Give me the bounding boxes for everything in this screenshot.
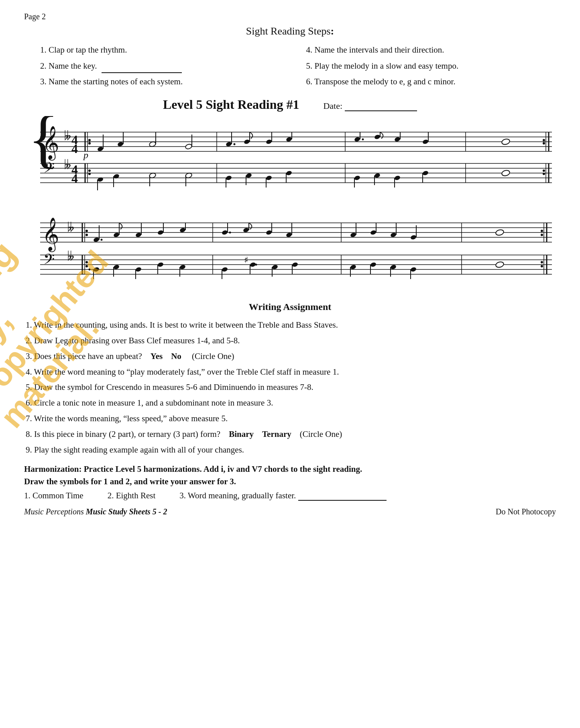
writing-item-3: 3. Does this piece have an upbeat? Yes N… — [24, 349, 556, 364]
svg-point-148 — [286, 232, 293, 238]
steps-grid: 1. Clap or tap the rhythm. 4. Name the i… — [24, 43, 556, 89]
svg-point-115 — [85, 265, 88, 267]
svg-point-34 — [543, 139, 545, 141]
writing-item-2: 2. Draw Legato phrasing over Bass Clef m… — [24, 333, 556, 349]
svg-point-81 — [266, 175, 273, 181]
svg-point-69 — [97, 177, 104, 182]
svg-point-161 — [89, 269, 91, 271]
writing-item-4: 4. Write the word meaning to “play moder… — [24, 364, 556, 380]
symbol-3: 3. Word meaning, gradually faster. — [179, 491, 386, 501]
date-line — [345, 110, 417, 111]
step-2: 2. Name the key. — [40, 59, 290, 73]
svg-point-55 — [266, 139, 273, 145]
svg-point-27 — [88, 173, 91, 175]
svg-point-71 — [113, 173, 120, 179]
writing-item-8: 8. Is this piece in binary (2 part), or … — [24, 426, 556, 442]
svg-point-122 — [541, 230, 543, 232]
svg-point-168 — [179, 264, 186, 270]
writing-title: Writing Assignment — [24, 302, 556, 312]
svg-text:𝄞: 𝄞 — [42, 126, 59, 161]
svg-point-66 — [422, 139, 429, 145]
step-4: 4. Name the intervals and their directio… — [306, 43, 556, 57]
music-system-2: 𝄞 𝄢 𝄫 𝄫 — [24, 207, 556, 294]
writing-assignment: Writing Assignment 1. Write in the count… — [24, 302, 556, 458]
svg-point-170 — [222, 267, 228, 272]
footer-bold-italic: Music Study Sheets 5 - 2 — [86, 507, 167, 516]
footer-right: Do Not Photocopy — [496, 507, 556, 516]
svg-point-133 — [113, 232, 120, 238]
svg-point-184 — [390, 264, 397, 270]
svg-point-62 — [374, 134, 381, 140]
writing-item-5: 5. Draw the symbol for Crescendo in meas… — [24, 379, 556, 395]
svg-point-159 — [93, 267, 100, 272]
svg-point-53 — [244, 139, 250, 145]
svg-point-158 — [495, 229, 505, 236]
svg-point-175 — [255, 264, 257, 266]
writing-item-9: 9. Play the sight reading example again … — [24, 442, 556, 458]
svg-point-44 — [117, 141, 124, 147]
staff-system-1: { 𝄞 𝄢 𝄫 𝄫 4 4 4 4 p — [24, 116, 556, 196]
harmonization-section: Harmonization: Practice Level 5 harmoniz… — [24, 464, 556, 501]
svg-point-50 — [226, 141, 232, 147]
svg-point-114 — [85, 261, 88, 263]
svg-point-188 — [495, 261, 505, 268]
svg-point-64 — [394, 137, 401, 142]
svg-text:𝄫: 𝄫 — [67, 250, 74, 262]
svg-text:𝄫: 𝄫 — [67, 221, 74, 233]
svg-text:𝄫: 𝄫 — [64, 158, 71, 171]
svg-point-111 — [85, 234, 88, 236]
date-field: Date: — [323, 101, 417, 111]
level-title-row: Level 5 Sight Reading #1 Date: — [24, 97, 556, 112]
svg-point-127 — [541, 265, 543, 267]
svg-point-182 — [370, 262, 377, 267]
svg-point-87 — [374, 173, 381, 178]
step-3: 3. Name the starting notes of each syste… — [40, 75, 290, 89]
svg-point-89 — [394, 175, 401, 181]
svg-point-186 — [410, 267, 417, 272]
svg-text:𝄢: 𝄢 — [43, 251, 55, 271]
step-1: 1. Clap or tap the rhythm. — [40, 43, 290, 57]
main-title: Sight Reading Steps: — [24, 25, 556, 37]
svg-point-91 — [422, 170, 429, 176]
svg-point-178 — [292, 262, 299, 267]
svg-text:𝄫: 𝄫 — [64, 129, 71, 142]
svg-point-143 — [229, 232, 231, 234]
harmonization-subtitle: Draw the symbols for 1 and 2, and write … — [24, 477, 556, 487]
svg-point-22 — [88, 139, 91, 141]
music-system-1: { 𝄞 𝄢 𝄫 𝄫 4 4 4 4 p — [24, 116, 556, 199]
svg-point-126 — [541, 261, 543, 263]
footer-left: Music Perceptions Music Study Sheets 5 -… — [24, 507, 167, 516]
svg-point-150 — [350, 232, 357, 238]
svg-text:𝄞: 𝄞 — [42, 218, 59, 252]
svg-point-39 — [543, 173, 545, 175]
svg-point-68 — [501, 138, 511, 145]
svg-point-42 — [97, 146, 104, 152]
symbol-2: 2. Eighth Rest — [108, 491, 156, 501]
svg-point-156 — [410, 235, 417, 240]
svg-point-83 — [286, 170, 293, 176]
writing-item-1: 1. Write in the counting, using ands. It… — [24, 317, 556, 333]
key-line — [102, 72, 182, 73]
svg-point-123 — [541, 234, 543, 236]
svg-point-154 — [390, 232, 397, 238]
harm-title-bold: Harmonization: Practice Level 5 harmoniz… — [24, 464, 202, 474]
svg-point-132 — [101, 239, 103, 241]
svg-point-139 — [179, 227, 186, 233]
svg-text:𝄢: 𝄢 — [43, 160, 55, 179]
svg-point-38 — [543, 169, 545, 172]
svg-text:♯: ♯ — [244, 255, 248, 265]
page-number: Page 2 — [24, 12, 556, 21]
svg-point-23 — [88, 142, 91, 145]
svg-point-93 — [501, 169, 511, 177]
footer: Music Perceptions Music Study Sheets 5 -… — [24, 507, 556, 516]
svg-point-77 — [226, 175, 232, 181]
svg-point-110 — [85, 230, 88, 232]
svg-point-135 — [135, 232, 142, 238]
svg-point-130 — [93, 237, 100, 243]
svg-point-146 — [266, 230, 273, 235]
svg-text:4: 4 — [71, 171, 78, 186]
svg-point-166 — [157, 262, 164, 267]
footer-italic: Music Perceptions — [24, 507, 86, 516]
level-title: Level 5 Sight Reading #1 — [163, 97, 299, 112]
symbols-row: 1. Common Time 2. Eighth Rest 3. Word me… — [24, 491, 556, 501]
